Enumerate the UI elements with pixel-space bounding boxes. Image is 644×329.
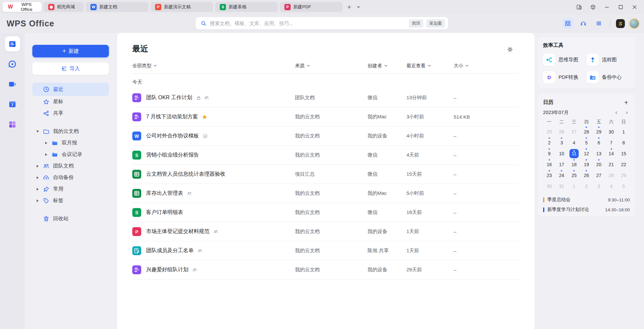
sidebar-item-meeting-notes[interactable]: 会议记录	[32, 149, 109, 160]
calendar-day[interactable]: 10	[556, 148, 568, 159]
calendar-event[interactable]: 季度总结会 9:30–11:00	[543, 195, 630, 205]
sidebar-item-recent[interactable]: 最近	[32, 83, 109, 96]
file-row[interactable]: 7 月线下活动策划方案 我的云文档 我的Mac 3小时前 514 KB	[132, 107, 518, 127]
calendar-day[interactable]: 15	[617, 148, 630, 159]
file-row[interactable]: 客户订单明细表 我的云文档 微信 18天前 –	[132, 203, 518, 222]
support-button[interactable]	[578, 18, 589, 29]
tool-backupcenter[interactable]: 备份中心	[587, 71, 630, 83]
rail-item-apps[interactable]	[5, 117, 20, 132]
calendar-day[interactable]: 5	[580, 137, 593, 148]
tab-pdf[interactable]: 新建PDF	[280, 2, 342, 12]
sidebar-item-starred[interactable]: 星标	[32, 96, 109, 107]
user-avatar[interactable]	[629, 18, 639, 29]
calendar-day[interactable]: 28	[605, 170, 618, 181]
filter-dropdown[interactable]: 最近查看	[406, 63, 431, 69]
workspace-cube-button[interactable]	[589, 3, 597, 11]
search-bar[interactable]: 简历 策划案	[196, 17, 448, 29]
tool-pdfconvert[interactable]: PDF转换	[543, 71, 587, 83]
caret-icon[interactable]	[34, 199, 42, 202]
calendar-day[interactable]: 26	[556, 126, 568, 137]
calendar-day[interactable]: 20	[593, 159, 605, 170]
rail-item-meeting[interactable]	[5, 76, 20, 92]
caret-icon[interactable]	[34, 188, 42, 191]
tab-writer[interactable]: 新建文档	[86, 2, 148, 12]
filter-dropdown[interactable]: 创建者	[368, 63, 388, 69]
calendar-day[interactable]: 28	[580, 126, 593, 137]
add-event-button[interactable]: +	[623, 99, 630, 106]
calendar-day[interactable]: 16	[543, 159, 556, 170]
sidebar-item-shared[interactable]: 共享	[32, 107, 109, 119]
calendar-day[interactable]: 4	[605, 181, 618, 192]
caret-icon[interactable]	[42, 142, 50, 144]
file-row[interactable]: 团队成员及分工名单 我的云文档 陈旭 共享 1天前 –	[132, 241, 518, 260]
rail-item-chat[interactable]	[5, 56, 20, 72]
calendar-day[interactable]: 6	[593, 137, 605, 148]
tool-mindmap[interactable]: 思维导图	[543, 54, 587, 66]
calendar-day[interactable]: 23	[543, 170, 556, 181]
import-button[interactable]: 导入	[32, 62, 109, 75]
calendar-day[interactable]: 29	[593, 126, 605, 137]
filter-dropdown[interactable]: 来源	[295, 63, 310, 69]
tab-sheet[interactable]: 新建表格	[215, 2, 278, 12]
calendar-day[interactable]: 1	[568, 181, 580, 192]
apps-grid-button[interactable]	[562, 18, 573, 29]
calendar-day[interactable]: 5	[617, 181, 630, 192]
tab-docer[interactable]: 稻壳商城	[44, 2, 84, 12]
search-tag-plan[interactable]: 策划案	[426, 19, 445, 28]
calendar-next-button[interactable]: ›	[624, 109, 630, 116]
calendar-day[interactable]: 24	[556, 170, 568, 181]
rail-item-docs[interactable]	[5, 36, 20, 51]
sidebar-item-frequent[interactable]: 常用	[32, 183, 109, 195]
calendar-day[interactable]: 30	[605, 126, 618, 137]
calendar-day[interactable]: 2	[580, 181, 593, 192]
caret-icon[interactable]	[34, 165, 42, 167]
calendar-day[interactable]: 3	[593, 181, 605, 192]
calendar-day[interactable]: 8	[617, 137, 630, 148]
calendar-day[interactable]: 3	[556, 137, 568, 148]
calendar-day[interactable]: 30	[543, 181, 556, 192]
caret-icon[interactable]	[34, 176, 42, 179]
sidebar-item-my-cloud-docs[interactable]: 我的云文档	[32, 126, 109, 137]
device-sync-button[interactable]	[575, 3, 583, 11]
calendar-day[interactable]: 1	[617, 126, 630, 137]
close-button[interactable]	[630, 3, 639, 11]
calendar-day[interactable]: 27	[568, 126, 580, 137]
calendar-day[interactable]: 27	[593, 170, 605, 181]
calendar-day[interactable]: 18	[568, 159, 580, 170]
search-tag-resume[interactable]: 简历	[409, 19, 423, 28]
minimize-button[interactable]	[602, 3, 611, 11]
tab-ppt[interactable]: 新建演示文稿	[150, 2, 213, 12]
caret-icon[interactable]	[34, 131, 42, 133]
file-row[interactable]: 营销小组业绩分析报告 我的云文档 微信 4天前 –	[132, 146, 518, 165]
calendar-day[interactable]: 11	[568, 148, 580, 159]
filter-dropdown[interactable]: 大小	[454, 63, 469, 69]
file-row[interactable]: 兴趣爱好组队计划 我的云文档 我的设备 29天前 –	[132, 260, 518, 280]
file-row[interactable]: 市场主体登记提交材料规范 我的云文档 我的设备 1天前 –	[132, 222, 518, 241]
calendar-day[interactable]: 2	[543, 137, 556, 148]
new-tab-button[interactable]	[344, 2, 354, 12]
calendar-day[interactable]: 22	[617, 159, 630, 170]
sidebar-item-tags[interactable]: 标签	[32, 195, 109, 206]
sidebar-item-bimonthly-report[interactable]: 双月报	[32, 137, 109, 149]
file-row[interactable]: 云文档管人员信息统计表理器验收 项目汇总 微信 15天前 –	[132, 165, 518, 184]
calendar-day[interactable]: 25	[543, 126, 556, 137]
calendar-day[interactable]: 19	[580, 159, 593, 170]
calendar-day[interactable]: 4	[568, 137, 580, 148]
sidebar-item-trash[interactable]: 回收站	[32, 213, 109, 224]
maximize-button[interactable]	[616, 3, 625, 11]
calendar-day[interactable]: 26	[580, 170, 593, 181]
rail-item-calendar[interactable]	[5, 97, 20, 112]
tab-list-dropdown[interactable]	[354, 2, 363, 12]
caret-icon[interactable]	[42, 153, 50, 156]
filter-dropdown[interactable]: 全部类型	[132, 63, 157, 69]
calendar-day[interactable]: 17	[556, 159, 568, 170]
list-settings-button[interactable]	[507, 45, 515, 53]
calendar-day[interactable]: 9	[543, 148, 556, 159]
member-badge[interactable]: S	[616, 19, 625, 28]
file-row[interactable]: 库存出入管理表 我的云文档 我的Mac 5小时前 –	[132, 184, 518, 203]
tab-wps[interactable]: WPS Office	[3, 2, 42, 12]
calendar-day[interactable]: 21	[605, 159, 618, 170]
search-input[interactable]	[210, 20, 409, 26]
tool-flowchart[interactable]: 流程图	[587, 54, 630, 66]
calendar-prev-button[interactable]: ‹	[613, 109, 619, 116]
